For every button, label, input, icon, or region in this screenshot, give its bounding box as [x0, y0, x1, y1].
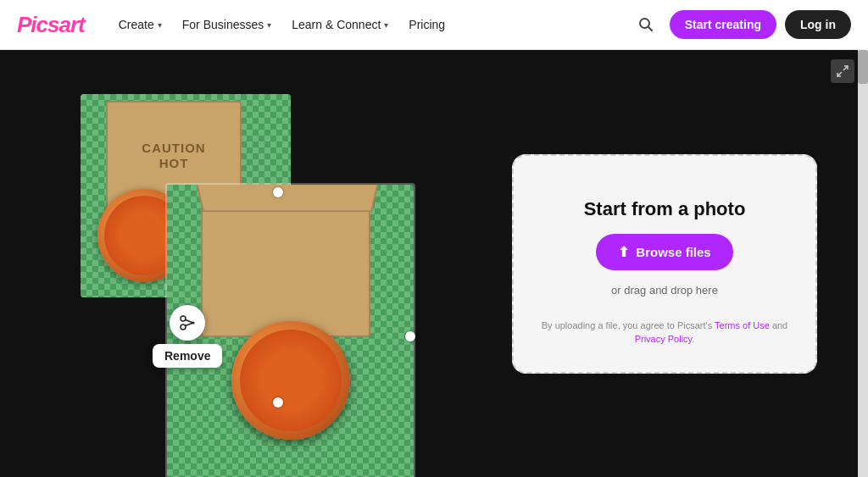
svg-line-5 — [186, 323, 194, 326]
main-area: CAUTION HOT — [0, 50, 868, 477]
search-button[interactable] — [631, 9, 661, 40]
search-icon — [638, 17, 654, 32]
image-area: CAUTION HOT — [34, 81, 424, 446]
pizza-in-box — [231, 321, 350, 440]
scrollbar-thumb[interactable] — [858, 50, 868, 84]
nav-label-pricing: Pricing — [409, 18, 445, 31]
caution-text: CAUTION HOT — [142, 141, 205, 171]
remove-label[interactable]: Remove — [153, 344, 222, 368]
login-button[interactable]: Log in — [785, 10, 851, 39]
drag-drop-text: or drag and drop here — [611, 284, 718, 297]
upload-panel: Start from a photo ⬆ Browse files or dra… — [512, 154, 817, 374]
navbar: Picsart Create ▾ For Businesses ▾ Learn … — [0, 0, 868, 50]
nav-label-learn: Learn & Connect — [292, 18, 381, 31]
remove-icon-circle[interactable] — [170, 305, 205, 341]
chevron-down-icon: ▾ — [158, 20, 162, 30]
nav-right: Start creating Log in — [631, 9, 851, 40]
scrollbar-track — [858, 50, 868, 477]
terms-of-use-link[interactable]: Terms of Use — [715, 320, 770, 330]
tos-text: By uploading a file, you agree to Picsar… — [539, 319, 790, 347]
logo[interactable]: Picsart — [17, 12, 85, 38]
nav-label-businesses: For Businesses — [182, 18, 264, 31]
upload-icon: ⬆ — [618, 244, 629, 260]
selection-handle-right[interactable] — [405, 331, 415, 341]
expand-icon — [837, 65, 849, 77]
nav-item-businesses[interactable]: For Businesses ▾ — [174, 13, 280, 36]
browse-files-label: Browse files — [636, 245, 710, 259]
upload-title: Start from a photo — [584, 198, 746, 220]
nav-items: Create ▾ For Businesses ▾ Learn & Connec… — [110, 13, 631, 36]
nav-item-learn[interactable]: Learn & Connect ▾ — [283, 13, 397, 36]
selection-handle-top[interactable] — [273, 187, 283, 197]
nav-item-pricing[interactable]: Pricing — [400, 13, 453, 36]
start-creating-button[interactable]: Start creating — [670, 10, 776, 39]
svg-line-1 — [648, 27, 652, 31]
nav-label-create: Create — [119, 18, 154, 31]
privacy-policy-link[interactable]: Privacy Policy — [635, 334, 693, 344]
svg-point-6 — [192, 322, 195, 324]
browse-files-button[interactable]: ⬆ Browse files — [596, 234, 732, 270]
resize-icon[interactable] — [831, 59, 854, 83]
pizza-box-open — [201, 193, 370, 337]
nav-item-create[interactable]: Create ▾ — [110, 13, 170, 36]
scissors-icon — [178, 313, 197, 332]
pizza-box-lid-open — [187, 183, 387, 212]
remove-badge: Remove — [153, 305, 222, 368]
chevron-down-icon: ▾ — [267, 20, 271, 30]
chevron-down-icon: ▾ — [384, 20, 388, 30]
selection-handle-bottom[interactable] — [273, 397, 283, 408]
svg-line-4 — [186, 320, 194, 324]
